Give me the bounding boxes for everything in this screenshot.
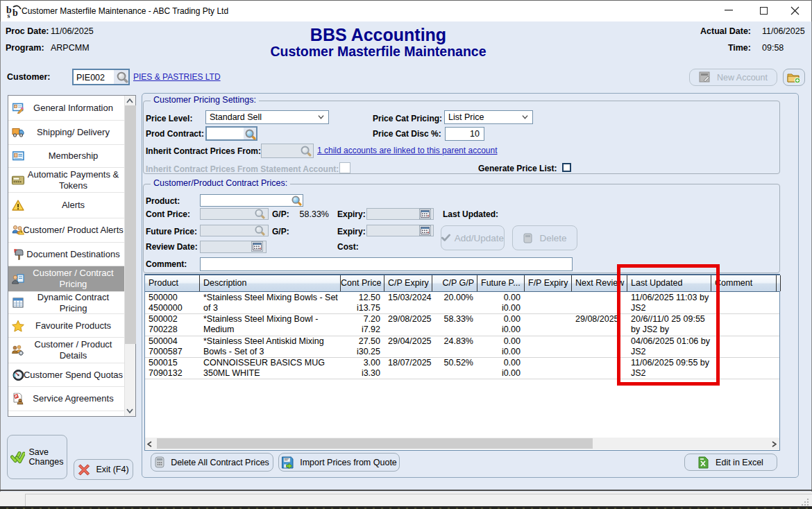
svg-text:s: s (8, 12, 10, 19)
svg-text:b: b (12, 8, 18, 18)
